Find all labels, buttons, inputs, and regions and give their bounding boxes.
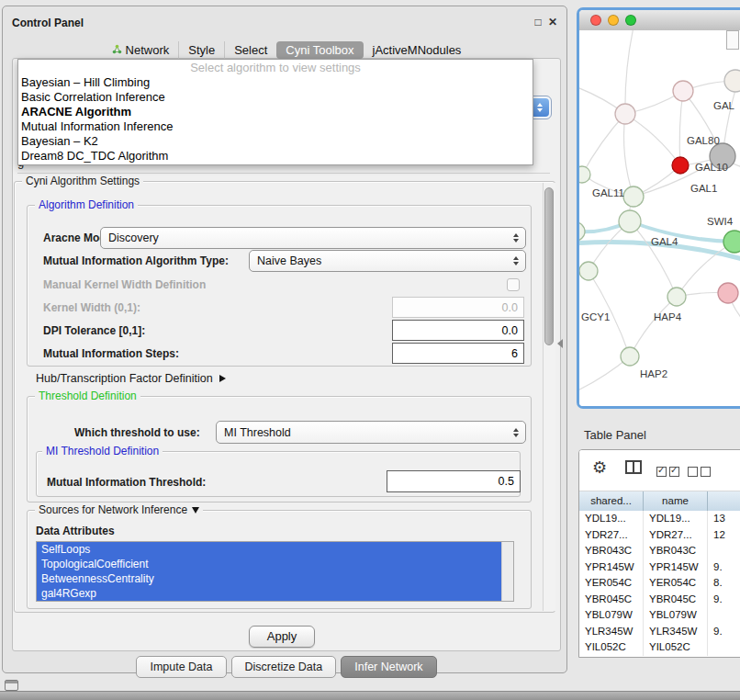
network-edge[interactable] [624, 114, 633, 197]
tab-style[interactable]: Style [178, 41, 224, 59]
chevron-updown-icon [513, 256, 519, 265]
attribute-item[interactable]: gal4RGexp [37, 586, 502, 601]
close-traffic-light[interactable] [590, 15, 601, 26]
tab-network[interactable]: Network [103, 41, 179, 59]
network-node[interactable] [667, 288, 686, 306]
table-cell: YBL079W [579, 607, 644, 624]
network-node[interactable] [723, 231, 740, 253]
table-row[interactable]: YDL19...YDL19...13 [579, 511, 740, 527]
network-node[interactable] [621, 347, 639, 366]
network-node[interactable] [579, 166, 590, 183]
table-toolbar: ⚙ [579, 450, 740, 491]
group-title: Cyni Algorithm Settings [22, 175, 143, 187]
table-cell: YER054C [644, 575, 708, 592]
kernel-width-label: Kernel Width (0,1): [43, 301, 140, 314]
table-row[interactable]: YDR27...YDR27...12 [579, 527, 740, 544]
gear-icon[interactable]: ⚙ [592, 458, 607, 477]
network-node[interactable] [718, 283, 738, 303]
attribute-item[interactable]: SelfLoops [37, 542, 502, 557]
table-row[interactable]: YBR045CYBR045C9. [579, 592, 740, 608]
bottom-tab-impute-data[interactable]: Impute Data [136, 656, 226, 678]
chevron-updown-icon [513, 233, 519, 243]
deselect-all-columns-icon[interactable] [688, 464, 713, 480]
network-view-window: GALGAL80GAL10GAL11GAL1SWI4GAL4GCY1HAP4HA… [577, 7, 740, 409]
algorithm-option[interactable]: Bayesian – Hill Climbing [18, 75, 533, 90]
table-header-row: shared...name [579, 491, 740, 511]
attribute-list[interactable]: SelfLoopsTopologicalCoefficientBetweenne… [36, 541, 514, 602]
column-header-shared...[interactable]: shared... [579, 491, 644, 511]
algorithm-option[interactable]: Dream8 DC_TDC Algorithm [18, 149, 533, 164]
minimize-traffic-light[interactable] [608, 15, 619, 26]
float-window-button[interactable]: □ [532, 16, 544, 28]
network-node[interactable] [673, 81, 693, 101]
attribute-item[interactable]: BetweennessCentrality [37, 571, 502, 586]
node-label: GAL10 [695, 162, 728, 173]
mi-type-value: Naive Bayes [257, 254, 321, 267]
network-node[interactable] [623, 186, 644, 207]
table-row[interactable]: YIL052CYIL052C [579, 639, 740, 656]
network-edge[interactable] [679, 91, 683, 165]
algorithm-option[interactable]: ARACNE Algorithm [18, 105, 533, 119]
network-node[interactable] [579, 262, 598, 280]
table-row[interactable]: YBL079WYBL079W [579, 607, 740, 624]
network-node[interactable] [615, 104, 635, 124]
table-row[interactable]: YLR345WYLR345W9. [579, 624, 740, 640]
select-all-columns-icon[interactable] [656, 464, 682, 480]
group-title: MI Threshold Definition [42, 445, 163, 457]
zoom-traffic-light[interactable] [625, 15, 636, 26]
network-scrollbar-fragment[interactable] [726, 30, 739, 50]
settings-scrollbar-thumb[interactable] [544, 187, 554, 345]
column-header-name[interactable]: name [644, 491, 708, 511]
columns-icon[interactable] [625, 460, 642, 478]
manual-kernel-checkbox[interactable] [507, 278, 520, 291]
apply-button[interactable]: Apply [249, 626, 315, 648]
mi-steps-input[interactable] [392, 343, 524, 364]
bottom-tab-discretize-data[interactable]: Discretize Data [231, 656, 337, 678]
bottom-tab-infer-network[interactable]: Infer Network [341, 656, 436, 678]
threshold-type-combo[interactable]: MI Threshold [216, 421, 526, 444]
sources-title-row[interactable]: Sources for Network Inference [35, 503, 203, 516]
network-node[interactable] [724, 70, 740, 92]
network-node[interactable] [579, 222, 585, 241]
algorithm-option[interactable]: Bayesian – K2 [18, 134, 533, 149]
kernel-width-input[interactable] [392, 297, 524, 318]
algorithm-option[interactable]: Basic Correlation Inference [18, 90, 533, 105]
network-edge[interactable] [625, 30, 634, 114]
network-window-titlebar[interactable] [579, 10, 740, 31]
dpi-tolerance-input[interactable] [392, 320, 524, 341]
tab-label: Infer Network [354, 660, 422, 673]
node-label: SWI4 [707, 216, 734, 227]
network-edge[interactable] [625, 114, 680, 165]
splitter-collapse-icon[interactable] [557, 339, 563, 348]
network-node[interactable] [672, 157, 689, 174]
mi-threshold-input[interactable] [387, 470, 521, 492]
network-canvas[interactable]: GALGAL80GAL10GAL11GAL1SWI4GAL4GCY1HAP4HA… [579, 30, 740, 406]
hub-definition-section[interactable]: Hub/Transcription Factor Definition [36, 372, 226, 385]
docked-panel-icon[interactable] [5, 680, 18, 691]
table-cell: YIL052C [644, 639, 708, 656]
tab-select[interactable]: Select [224, 41, 276, 59]
tab-label: Discretize Data [245, 660, 323, 673]
tab-label: Impute Data [150, 660, 212, 673]
close-window-button[interactable]: ✕ [546, 16, 559, 28]
mi-type-combo[interactable]: Naive Bayes [249, 250, 526, 272]
attribute-list-scrollbar[interactable] [501, 542, 513, 601]
tab-label: Select [234, 43, 267, 57]
control-panel-window: Control Panel □ ✕ NetworkStyleSelectCyni… [2, 6, 567, 673]
tab-label: jActiveMNodules [373, 43, 462, 57]
tab-cyni-toolbox[interactable]: Cyni Toolbox [276, 41, 363, 59]
attribute-item[interactable]: TopologicalCoefficient [37, 557, 502, 571]
expand-right-icon[interactable] [219, 375, 226, 382]
collapse-down-icon[interactable] [192, 507, 199, 514]
table-row[interactable]: YPR145WYPR145W9. [579, 559, 740, 576]
network-edge[interactable] [582, 114, 625, 175]
tab-jactivemnodules[interactable]: jActiveMNodules [364, 41, 471, 59]
tab-label: Style [188, 43, 215, 57]
network-node[interactable] [619, 210, 641, 232]
algorithm-option[interactable]: Mutual Information Inference [18, 119, 533, 134]
network-edge[interactable] [630, 297, 677, 356]
aracne-mode-combo[interactable]: Discovery [100, 227, 526, 249]
table-row[interactable]: YER054CYER054C8. [579, 575, 740, 592]
table-row[interactable]: YBR043CYBR043C [579, 543, 740, 559]
column-header-col2[interactable] [708, 491, 740, 511]
